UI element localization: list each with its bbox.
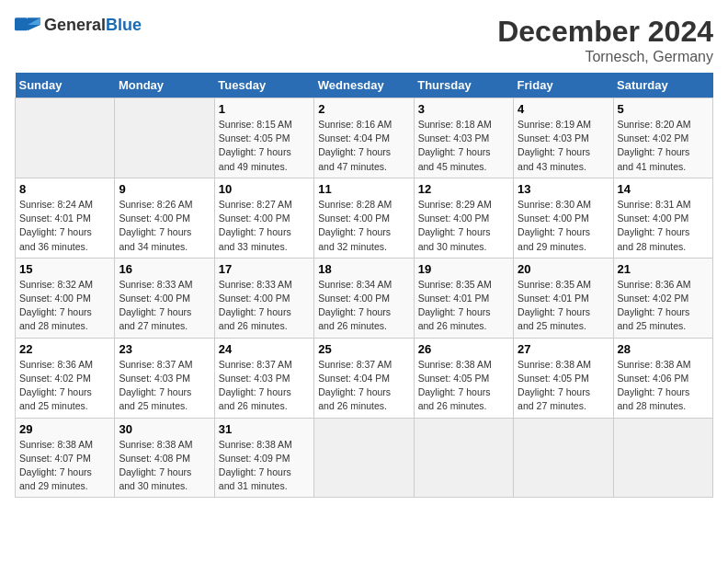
day-number: 12 <box>418 182 509 196</box>
calendar-cell <box>16 98 115 178</box>
col-header-friday: Friday <box>514 73 613 98</box>
day-number: 1 <box>219 102 310 116</box>
day-number: 25 <box>318 342 409 356</box>
calendar-cell <box>115 98 214 178</box>
calendar-cell: 11Sunrise: 8:28 AMSunset: 4:00 PMDayligh… <box>314 178 414 258</box>
day-number: 9 <box>119 182 210 196</box>
day-info: Sunrise: 8:33 AMSunset: 4:00 PMDaylight:… <box>119 279 192 332</box>
logo: GeneralBlue <box>15 15 142 35</box>
calendar-cell: 28Sunrise: 8:38 AMSunset: 4:06 PMDayligh… <box>613 338 712 418</box>
calendar-cell: 17Sunrise: 8:33 AMSunset: 4:00 PMDayligh… <box>214 258 313 338</box>
day-number: 2 <box>318 102 409 116</box>
day-info: Sunrise: 8:35 AMSunset: 4:01 PMDaylight:… <box>418 279 492 332</box>
title-area: December 2024 Tornesch, Germany <box>497 15 713 65</box>
day-info: Sunrise: 8:38 AMSunset: 4:08 PMDaylight:… <box>119 439 192 492</box>
day-info: Sunrise: 8:28 AMSunset: 4:00 PMDaylight:… <box>318 199 392 252</box>
calendar-cell <box>613 418 712 498</box>
day-number: 20 <box>518 262 609 276</box>
day-number: 30 <box>119 422 210 436</box>
calendar-cell: 18Sunrise: 8:34 AMSunset: 4:00 PMDayligh… <box>314 258 414 338</box>
day-info: Sunrise: 8:24 AMSunset: 4:01 PMDaylight:… <box>19 199 93 252</box>
day-number: 15 <box>19 262 110 276</box>
day-info: Sunrise: 8:20 AMSunset: 4:02 PMDaylight:… <box>618 119 691 172</box>
calendar-cell <box>414 418 513 498</box>
calendar-cell: 29Sunrise: 8:38 AMSunset: 4:07 PMDayligh… <box>16 418 115 498</box>
logo-general: General <box>44 16 106 34</box>
col-header-thursday: Thursday <box>414 73 513 98</box>
day-info: Sunrise: 8:37 AMSunset: 4:03 PMDaylight:… <box>219 359 292 412</box>
logo-blue: Blue <box>106 16 142 34</box>
day-info: Sunrise: 8:29 AMSunset: 4:00 PMDaylight:… <box>418 199 492 252</box>
day-number: 29 <box>19 422 110 436</box>
header: GeneralBlue December 2024 Tornesch, Germ… <box>15 15 713 65</box>
calendar-cell: 31Sunrise: 8:38 AMSunset: 4:09 PMDayligh… <box>214 418 313 498</box>
day-info: Sunrise: 8:32 AMSunset: 4:00 PMDaylight:… <box>19 279 93 332</box>
day-number: 22 <box>19 342 110 356</box>
day-number: 19 <box>418 262 509 276</box>
day-info: Sunrise: 8:37 AMSunset: 4:04 PMDaylight:… <box>318 359 392 412</box>
calendar-cell: 30Sunrise: 8:38 AMSunset: 4:08 PMDayligh… <box>115 418 214 498</box>
day-number: 28 <box>618 342 709 356</box>
day-number: 8 <box>19 182 110 196</box>
calendar-cell: 4Sunrise: 8:19 AMSunset: 4:03 PMDaylight… <box>514 98 613 178</box>
day-info: Sunrise: 8:30 AMSunset: 4:00 PMDaylight:… <box>518 199 591 252</box>
day-info: Sunrise: 8:36 AMSunset: 4:02 PMDaylight:… <box>618 279 691 332</box>
day-info: Sunrise: 8:27 AMSunset: 4:00 PMDaylight:… <box>219 199 292 252</box>
calendar-cell: 8Sunrise: 8:24 AMSunset: 4:01 PMDaylight… <box>16 178 115 258</box>
day-info: Sunrise: 8:36 AMSunset: 4:02 PMDaylight:… <box>19 359 93 412</box>
day-info: Sunrise: 8:38 AMSunset: 4:09 PMDaylight:… <box>219 439 292 492</box>
calendar-cell: 22Sunrise: 8:36 AMSunset: 4:02 PMDayligh… <box>16 338 115 418</box>
calendar-cell: 25Sunrise: 8:37 AMSunset: 4:04 PMDayligh… <box>314 338 414 418</box>
day-info: Sunrise: 8:16 AMSunset: 4:04 PMDaylight:… <box>318 119 392 172</box>
day-number: 10 <box>219 182 310 196</box>
day-number: 14 <box>618 182 709 196</box>
day-number: 5 <box>618 102 709 116</box>
calendar-cell: 20Sunrise: 8:35 AMSunset: 4:01 PMDayligh… <box>514 258 613 338</box>
day-number: 13 <box>518 182 609 196</box>
day-number: 18 <box>318 262 409 276</box>
calendar-cell: 9Sunrise: 8:26 AMSunset: 4:00 PMDaylight… <box>115 178 214 258</box>
svg-rect-0 <box>15 17 28 30</box>
calendar-cell: 14Sunrise: 8:31 AMSunset: 4:00 PMDayligh… <box>613 178 712 258</box>
day-info: Sunrise: 8:18 AMSunset: 4:03 PMDaylight:… <box>418 119 492 172</box>
main-title: December 2024 <box>497 15 713 49</box>
calendar-cell: 15Sunrise: 8:32 AMSunset: 4:00 PMDayligh… <box>16 258 115 338</box>
day-info: Sunrise: 8:38 AMSunset: 4:05 PMDaylight:… <box>518 359 591 412</box>
day-info: Sunrise: 8:15 AMSunset: 4:05 PMDaylight:… <box>219 119 292 172</box>
calendar-cell: 16Sunrise: 8:33 AMSunset: 4:00 PMDayligh… <box>115 258 214 338</box>
calendar-cell: 27Sunrise: 8:38 AMSunset: 4:05 PMDayligh… <box>514 338 613 418</box>
day-info: Sunrise: 8:37 AMSunset: 4:03 PMDaylight:… <box>119 359 192 412</box>
calendar-cell: 5Sunrise: 8:20 AMSunset: 4:02 PMDaylight… <box>613 98 712 178</box>
calendar-cell <box>314 418 414 498</box>
day-info: Sunrise: 8:31 AMSunset: 4:00 PMDaylight:… <box>618 199 691 252</box>
day-info: Sunrise: 8:19 AMSunset: 4:03 PMDaylight:… <box>518 119 591 172</box>
col-header-wednesday: Wednesday <box>314 73 414 98</box>
day-number: 16 <box>119 262 210 276</box>
subtitle: Tornesch, Germany <box>497 49 713 65</box>
day-number: 24 <box>219 342 310 356</box>
calendar-cell: 21Sunrise: 8:36 AMSunset: 4:02 PMDayligh… <box>613 258 712 338</box>
calendar-cell: 19Sunrise: 8:35 AMSunset: 4:01 PMDayligh… <box>414 258 513 338</box>
day-number: 17 <box>219 262 310 276</box>
day-info: Sunrise: 8:33 AMSunset: 4:00 PMDaylight:… <box>219 279 292 332</box>
day-number: 23 <box>119 342 210 356</box>
calendar-cell: 12Sunrise: 8:29 AMSunset: 4:00 PMDayligh… <box>414 178 513 258</box>
day-info: Sunrise: 8:38 AMSunset: 4:07 PMDaylight:… <box>19 439 93 492</box>
calendar-cell: 23Sunrise: 8:37 AMSunset: 4:03 PMDayligh… <box>115 338 214 418</box>
day-number: 31 <box>219 422 310 436</box>
day-number: 4 <box>518 102 609 116</box>
col-header-sunday: Sunday <box>16 73 115 98</box>
logo-icon <box>15 15 40 35</box>
col-header-monday: Monday <box>115 73 214 98</box>
calendar-cell: 1Sunrise: 8:15 AMSunset: 4:05 PMDaylight… <box>214 98 313 178</box>
day-info: Sunrise: 8:26 AMSunset: 4:00 PMDaylight:… <box>119 199 192 252</box>
calendar-cell: 2Sunrise: 8:16 AMSunset: 4:04 PMDaylight… <box>314 98 414 178</box>
day-info: Sunrise: 8:38 AMSunset: 4:05 PMDaylight:… <box>418 359 492 412</box>
col-header-saturday: Saturday <box>613 73 712 98</box>
day-number: 3 <box>418 102 509 116</box>
calendar-cell <box>514 418 613 498</box>
col-header-tuesday: Tuesday <box>214 73 313 98</box>
day-info: Sunrise: 8:34 AMSunset: 4:00 PMDaylight:… <box>318 279 392 332</box>
calendar-cell: 3Sunrise: 8:18 AMSunset: 4:03 PMDaylight… <box>414 98 513 178</box>
calendar-cell: 24Sunrise: 8:37 AMSunset: 4:03 PMDayligh… <box>214 338 313 418</box>
